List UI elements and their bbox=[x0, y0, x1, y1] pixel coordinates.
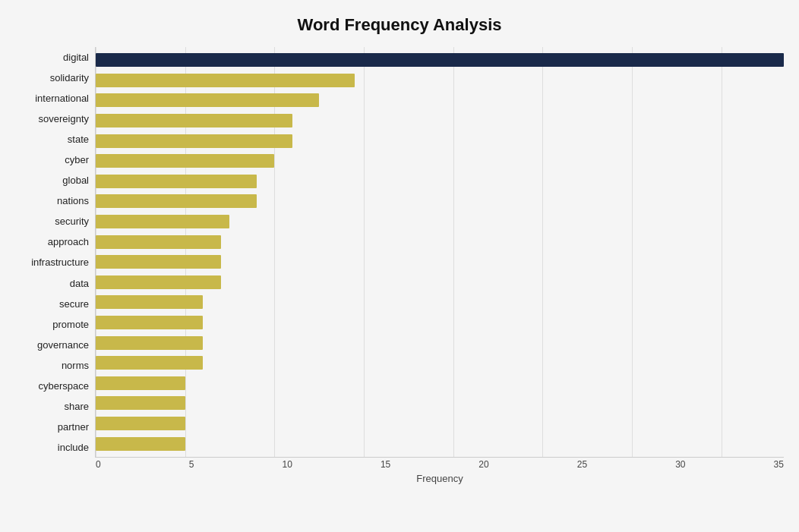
y-label: secure bbox=[59, 295, 89, 312]
bar-row bbox=[96, 231, 784, 252]
y-label: solidarity bbox=[50, 70, 89, 87]
bar-solidarity bbox=[96, 74, 355, 87]
bar-row bbox=[96, 191, 784, 212]
bar-row bbox=[96, 252, 784, 272]
y-label: data bbox=[70, 275, 89, 291]
x-tick: 15 bbox=[381, 459, 390, 470]
bar-data bbox=[96, 275, 221, 289]
y-label: partner bbox=[58, 418, 89, 435]
bar-row bbox=[96, 353, 784, 373]
bar-row bbox=[96, 373, 784, 394]
x-tick: 0 bbox=[96, 459, 101, 470]
bar-include bbox=[96, 437, 185, 451]
bar-cyber bbox=[96, 154, 274, 168]
bar-global bbox=[96, 175, 257, 188]
y-label: share bbox=[64, 398, 89, 414]
y-label: international bbox=[35, 90, 89, 107]
bar-row bbox=[96, 332, 784, 353]
bar-row bbox=[96, 111, 784, 131]
y-axis: digitalsolidarityinternationalsovereignt… bbox=[15, 47, 95, 458]
chart-title: Word Frequency Analysis bbox=[15, 15, 784, 35]
bar-sovereignty bbox=[96, 114, 292, 127]
chart-container: Word Frequency Analysis digitalsolidarit… bbox=[0, 0, 799, 532]
y-label: nations bbox=[57, 193, 89, 209]
bar-row bbox=[96, 71, 784, 91]
bar-secure bbox=[96, 295, 203, 309]
bar-cyberspace bbox=[96, 376, 185, 390]
bar-digital bbox=[96, 53, 784, 67]
y-label: norms bbox=[62, 357, 89, 373]
bar-share bbox=[96, 396, 185, 410]
y-label: promote bbox=[52, 316, 89, 332]
y-label: sovereignty bbox=[39, 111, 89, 127]
bars-container bbox=[96, 47, 784, 457]
x-tick: 5 bbox=[189, 459, 194, 470]
chart-area: digitalsolidarityinternationalsovereignt… bbox=[15, 47, 784, 458]
bar-row bbox=[96, 414, 784, 434]
bar-approach bbox=[96, 235, 221, 249]
x-tick: 35 bbox=[774, 459, 784, 470]
bar-row bbox=[96, 272, 784, 293]
y-label: include bbox=[58, 439, 89, 455]
y-label: state bbox=[68, 131, 89, 148]
bar-norms bbox=[96, 356, 203, 370]
bar-governance bbox=[96, 336, 203, 350]
bar-state bbox=[96, 134, 292, 148]
bar-row bbox=[96, 50, 784, 71]
bar-row bbox=[96, 172, 784, 192]
y-label: global bbox=[62, 172, 89, 189]
x-tick: 20 bbox=[478, 459, 488, 470]
bar-partner bbox=[96, 417, 185, 430]
plot-area: 05101520253035 Frequency bbox=[95, 47, 784, 458]
bar-row bbox=[96, 212, 784, 232]
bar-row bbox=[96, 151, 784, 172]
y-label: security bbox=[55, 213, 89, 230]
x-tick: 10 bbox=[283, 459, 292, 470]
x-tick: 30 bbox=[675, 459, 685, 470]
x-axis-label: Frequency bbox=[416, 473, 463, 484]
y-label: approach bbox=[48, 234, 89, 250]
x-axis: 05101520253035 Frequency bbox=[96, 459, 784, 484]
bar-row bbox=[96, 131, 784, 151]
bar-infrastructure bbox=[96, 255, 221, 269]
y-label: cyberspace bbox=[39, 377, 89, 394]
y-label: cyber bbox=[65, 152, 89, 168]
y-label: infrastructure bbox=[31, 254, 89, 271]
bar-row bbox=[96, 313, 784, 333]
x-tick: 25 bbox=[577, 459, 587, 470]
bar-nations bbox=[96, 194, 257, 208]
bar-security bbox=[96, 215, 229, 228]
bar-row bbox=[96, 433, 784, 454]
bar-row bbox=[96, 393, 784, 414]
bar-row bbox=[96, 90, 784, 111]
bar-international bbox=[96, 93, 319, 107]
y-label: digital bbox=[63, 49, 89, 66]
bar-promote bbox=[96, 316, 203, 329]
y-label: governance bbox=[37, 336, 89, 353]
bar-row bbox=[96, 292, 784, 313]
